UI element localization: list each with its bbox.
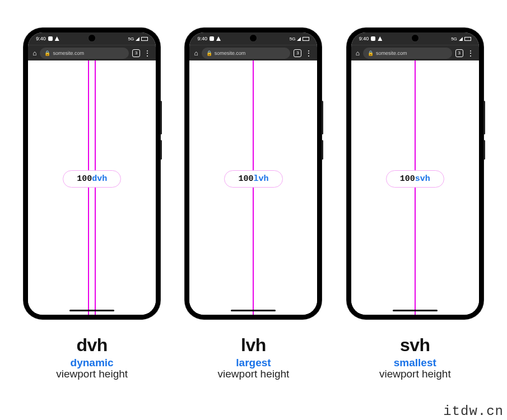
tabs-button[interactable]: 3 [455,49,463,57]
side-button [483,101,485,134]
address-bar[interactable]: 🔒 somesite.com [202,48,291,59]
col-svh: 9:40 5G ◢ ⌂ 🔒 somesite.com [342,28,488,380]
caption-keyword: smallest [379,357,451,369]
camera-cutout-icon [411,34,419,42]
caption-title: dvh [56,335,128,356]
gesture-bar-icon [69,310,114,311]
value-pill: 100lvh [224,170,282,188]
caption-keyword: dynamic [56,357,128,369]
caption: dvh dynamic viewport height [56,335,128,380]
phone-frame: 9:40 5G ◢ ⌂ 🔒 somesite.com [347,28,483,319]
height-indicator-line [253,60,254,315]
status-bar: 9:40 5G ◢ [351,32,479,45]
status-time: 9:40 [197,36,207,41]
caption-text: viewport height [379,368,451,380]
status-time: 9:40 [359,36,369,41]
lock-icon: 🔒 [44,50,50,56]
notification-icon [371,36,375,41]
pill-unit: svh [415,174,430,184]
status-left: 9:40 [36,36,59,41]
status-right: 5G ◢ [128,36,148,41]
url-text: somesite.com [376,50,407,56]
address-bar[interactable]: 🔒 somesite.com [363,48,452,59]
status-time: 9:40 [36,36,46,41]
phone-screen: 9:40 5G ◢ ⌂ 🔒 somesite.com [351,32,479,315]
pill-unit: lvh [253,174,268,184]
battery-icon [141,37,148,41]
signal-icon: ◢ [297,36,301,41]
side-button [322,101,323,134]
pill-number: 100 [400,174,415,184]
col-dvh: 9:40 5G ◢ ⌂ 🔒 somesite.com [19,28,165,380]
height-indicator-line [95,60,96,315]
pill-number: 100 [77,174,92,184]
tabs-button[interactable]: 3 [294,49,301,57]
side-button [483,140,485,160]
gesture-bar-icon [393,310,438,311]
browser-toolbar: ⌂ 🔒 somesite.com 3 ⋮ [28,45,156,60]
caption-title: svh [379,335,451,356]
status-right: 5G ◢ [451,36,471,41]
home-icon[interactable]: ⌂ [32,49,36,57]
viewport-content: 100dvh [28,60,156,315]
notification-icon [378,36,382,41]
phone-frame: 9:40 5G ◢ ⌂ 🔒 somesite.com [185,28,322,319]
camera-cutout-icon [88,34,96,42]
pill-number: 100 [238,174,253,184]
signal-icon: ◢ [459,36,463,41]
value-pill: 100svh [386,170,444,188]
overflow-menu-icon[interactable]: ⋮ [467,49,475,57]
caption: lvh largest viewport height [218,335,290,380]
browser-toolbar: ⌂ 🔒 somesite.com 3 ⋮ [189,45,317,60]
pill-unit: dvh [92,174,107,184]
notification-icon [48,36,53,41]
phone-row: 9:40 5G ◢ ⌂ 🔒 somesite.com [0,0,507,380]
value-pill: 100dvh [63,170,121,188]
col-lvh: 9:40 5G ◢ ⌂ 🔒 somesite.com [180,28,326,380]
address-bar[interactable]: 🔒 somesite.com [40,48,129,59]
side-button [160,140,162,160]
battery-icon [303,37,309,41]
viewport-content: 100lvh [189,60,317,315]
status-bar: 9:40 5G ◢ [28,32,156,45]
status-bar: 9:40 5G ◢ [189,32,317,45]
notification-icon [216,36,221,41]
status-right: 5G ◢ [290,36,310,41]
notification-icon [210,36,214,41]
overflow-menu-icon[interactable]: ⋮ [305,49,313,57]
browser-toolbar: ⌂ 🔒 somesite.com 3 ⋮ [351,45,479,60]
caption: svh smallest viewport height [379,335,451,380]
home-icon[interactable]: ⌂ [356,49,360,57]
viewport-content: 100svh [351,60,479,315]
network-label: 5G [128,36,134,41]
status-left: 9:40 [359,36,383,41]
gesture-bar-icon [231,310,276,311]
network-label: 5G [290,36,296,41]
status-left: 9:40 [197,36,221,41]
caption-text: viewport height [56,368,128,380]
signal-icon: ◢ [136,36,139,41]
camera-cutout-icon [249,34,257,42]
height-indicator-line [415,60,416,315]
side-button [322,140,323,160]
phone-screen: 9:40 5G ◢ ⌂ 🔒 somesite.com [189,32,317,315]
url-text: somesite.com [53,50,84,56]
battery-icon [464,37,471,41]
lock-icon: 🔒 [368,50,374,56]
caption-keyword: largest [218,357,290,369]
lock-icon: 🔒 [206,50,212,56]
watermark: itdw.cn [443,404,504,419]
url-text: somesite.com [215,50,246,56]
tabs-button[interactable]: 3 [132,49,140,57]
caption-title: lvh [218,335,290,356]
side-button [160,101,162,134]
overflow-menu-icon[interactable]: ⋮ [143,49,151,57]
height-indicator-line [88,60,89,315]
phone-screen: 9:40 5G ◢ ⌂ 🔒 somesite.com [28,32,156,315]
caption-text: viewport height [218,368,290,380]
network-label: 5G [451,36,457,41]
home-icon[interactable]: ⌂ [194,49,198,57]
phone-frame: 9:40 5G ◢ ⌂ 🔒 somesite.com [24,28,160,319]
notification-icon [55,36,59,41]
